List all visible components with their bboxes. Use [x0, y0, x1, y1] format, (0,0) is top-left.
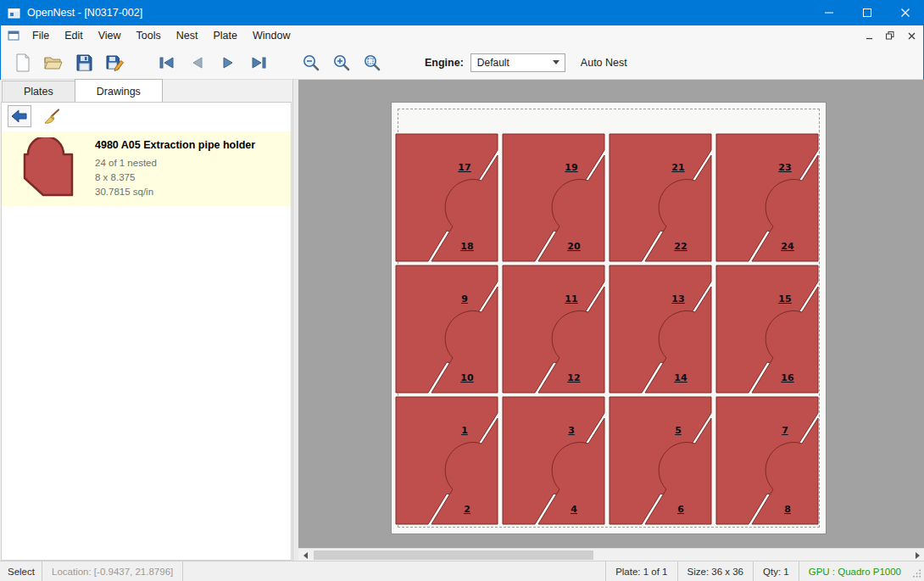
part-number-bottom: 22 — [674, 241, 687, 252]
nest-pair[interactable]: 12 — [393, 394, 500, 526]
mdi-restore-button[interactable] — [881, 27, 899, 44]
resize-grip[interactable] — [910, 561, 924, 581]
part-number-top: 9 — [461, 293, 468, 304]
nest-pair[interactable]: 78 — [714, 394, 821, 526]
next-plate-icon — [219, 56, 237, 70]
status-size: Size: 36 x 36 — [677, 561, 753, 581]
part-number-top: 13 — [671, 293, 684, 304]
mdi-close-button[interactable] — [902, 27, 921, 44]
menu-item-plate[interactable]: Plate — [205, 26, 245, 45]
last-plate-button[interactable] — [243, 48, 274, 77]
drawing-list-item[interactable]: 4980 A05 Extraction pipe holder 24 of 1 … — [2, 131, 291, 206]
update-drawings-button[interactable] — [8, 105, 31, 127]
save-as-button[interactable] — [99, 48, 130, 77]
part-number-bottom: 4 — [571, 504, 577, 515]
document-icon[interactable] — [8, 30, 19, 42]
engine-value: Default — [477, 57, 509, 69]
title-bar: OpenNest - [N0317-002] — [0, 0, 924, 25]
part-number-bottom: 24 — [781, 241, 793, 252]
part-number-top: 7 — [782, 425, 788, 436]
menu-item-window[interactable]: Window — [245, 26, 298, 45]
save-button[interactable] — [69, 48, 99, 77]
part-number-bottom: 12 — [567, 372, 580, 383]
part-number-bottom: 16 — [781, 372, 793, 383]
nest-pair[interactable]: 1314 — [607, 263, 714, 394]
zoom-out-button[interactable] — [296, 48, 326, 77]
menu-bar: File Edit View Tools Nest Plate Window — [1, 25, 923, 46]
drawing-nested-count: 24 of 1 nested — [95, 156, 255, 170]
menu-item-edit[interactable]: Edit — [57, 26, 91, 45]
main-area: Plates Drawings — [0, 80, 924, 561]
part-number-top: 19 — [565, 162, 577, 173]
scroll-right-icon — [916, 552, 920, 559]
mdi-minimize-button[interactable] — [860, 27, 878, 44]
nest-pair[interactable]: 1920 — [500, 131, 607, 263]
nest-pair[interactable]: 34 — [500, 394, 607, 526]
tab-drawings[interactable]: Drawings — [75, 79, 163, 102]
engine-select[interactable]: Default — [470, 53, 565, 72]
nest-pair[interactable]: 1516 — [714, 263, 821, 394]
part-number-top: 5 — [675, 425, 682, 436]
part-number-bottom: 10 — [460, 372, 473, 383]
new-file-icon — [13, 53, 33, 73]
scroll-left-icon — [303, 552, 308, 559]
drawing-title: 4980 A05 Extraction pipe holder — [95, 139, 255, 151]
nest-pair[interactable]: 2324 — [714, 131, 821, 263]
next-plate-button[interactable] — [213, 48, 243, 77]
part-number-top: 15 — [778, 293, 791, 304]
menu-item-tools[interactable]: Tools — [129, 26, 169, 45]
part-number-top: 23 — [778, 162, 791, 173]
zoom-in-icon — [331, 53, 352, 73]
tab-plates[interactable]: Plates — [2, 81, 75, 102]
scroll-right-button[interactable] — [910, 549, 924, 561]
part-number-bottom: 14 — [674, 372, 687, 383]
status-qty: Qty: 1 — [753, 561, 799, 581]
nested-part-pair-shape — [393, 131, 500, 263]
zoom-out-icon — [301, 53, 321, 73]
scrollbar-thumb[interactable] — [314, 550, 593, 560]
scroll-left-button[interactable] — [298, 549, 312, 561]
last-plate-icon — [249, 56, 268, 70]
save-as-icon — [104, 53, 125, 73]
minimize-button[interactable] — [810, 0, 848, 25]
first-plate-button[interactable] — [152, 48, 182, 77]
part-number-top: 17 — [458, 162, 470, 173]
menu-item-file[interactable]: File — [25, 26, 57, 45]
left-panel: Plates Drawings — [0, 80, 293, 561]
nested-part-pair-shape — [714, 263, 821, 394]
clean-drawings-button[interactable] — [39, 105, 63, 127]
close-button[interactable] — [886, 0, 924, 25]
menu-item-view[interactable]: View — [91, 26, 129, 45]
plate: 1718 1920 2122 2324 910 1112 1314 1516 1… — [391, 102, 827, 534]
part-number-bottom: 18 — [460, 241, 473, 252]
previous-plate-icon — [188, 56, 207, 70]
auto-nest-button[interactable]: Auto Nest — [581, 57, 627, 69]
status-bar: Select Location: [-0.9437, 21.8796] Plat… — [0, 561, 924, 581]
nest-pair[interactable]: 1112 — [500, 263, 607, 394]
nest-pair[interactable]: 910 — [393, 263, 500, 394]
previous-plate-button[interactable] — [182, 48, 213, 77]
open-button[interactable] — [38, 48, 69, 77]
new-button[interactable] — [8, 48, 38, 77]
part-number-bottom: 8 — [784, 504, 791, 515]
zoom-in-button[interactable] — [326, 48, 357, 77]
nest-pair[interactable]: 2122 — [607, 131, 714, 263]
zoom-fit-icon — [362, 53, 382, 73]
nested-part-pair-shape — [607, 131, 714, 263]
open-folder-icon — [43, 53, 64, 73]
zoom-fit-button[interactable] — [357, 48, 387, 77]
maximize-button[interactable] — [848, 0, 886, 25]
broom-icon — [42, 109, 60, 125]
nested-part-pair-shape — [500, 394, 607, 526]
nest-pair[interactable]: 56 — [607, 394, 714, 526]
nest-canvas[interactable]: 1718 1920 2122 2324 910 1112 1314 1516 1… — [298, 80, 924, 548]
resize-grip-icon — [913, 569, 921, 578]
status-plate: Plate: 1 of 1 — [605, 561, 676, 581]
horizontal-scrollbar[interactable] — [298, 548, 924, 561]
menu-item-nest[interactable]: Nest — [169, 26, 206, 45]
save-icon — [74, 53, 94, 73]
part-number-top: 11 — [565, 293, 577, 304]
nest-pair[interactable]: 1718 — [393, 131, 500, 263]
nested-part-pair-shape — [714, 131, 821, 263]
part-number-bottom: 20 — [567, 241, 580, 252]
